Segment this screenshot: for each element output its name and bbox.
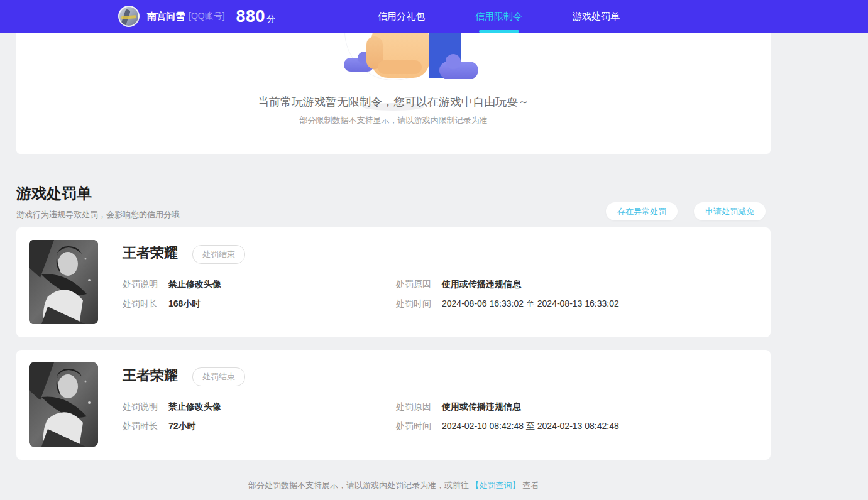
field-value: 禁止修改头像	[168, 279, 221, 290]
field-value: 2024-02-10 08:42:48 至 2024-02-13 08:42:4…	[442, 421, 619, 432]
penalty-time-field: 处罚时间 2024-08-06 16:33:02 至 2024-08-13 16…	[396, 298, 619, 310]
field-value: 2024-08-06 16:33:02 至 2024-08-13 16:33:0…	[442, 298, 619, 310]
page-title: 游戏处罚单	[16, 183, 771, 204]
status-badge: 处罚结束	[192, 245, 245, 264]
penalty-duration-field: 处罚时长 72小时	[123, 421, 196, 432]
field-value: 禁止修改头像	[168, 401, 221, 413]
nav-tab-label: 信用限制令	[475, 11, 522, 23]
no-restriction-message: 当前常玩游戏暂无限制令，您可以在游戏中自由玩耍～	[16, 94, 771, 109]
penalty-card: 王者荣耀 处罚结束 处罚说明 禁止修改头像 处罚时长 72小时 处罚原因 使用或…	[16, 350, 771, 460]
penalty-reduction-button[interactable]: 申请处罚减免	[694, 202, 766, 220]
credit-score: 880分	[236, 7, 276, 26]
footer-text-before: 部分处罚数据不支持展示，请以游戏内处罚记录为准，或前往	[248, 481, 469, 490]
header-inner: 南宫问雪 [QQ账号] 880分 信用分礼包 信用限制令 游戏处罚单	[16, 0, 771, 33]
field-label: 处罚时长	[123, 421, 168, 432]
restriction-panel: 当前常玩游戏暂无限制令，您可以在游戏中自由玩耍～ 部分限制数据不支持显示，请以游…	[16, 33, 771, 154]
field-value: 使用或传播违规信息	[442, 401, 521, 413]
penalty-duration-field: 处罚时长 168小时	[123, 298, 201, 310]
field-label: 处罚时长	[123, 298, 168, 310]
nav-tab-label: 信用分礼包	[378, 11, 425, 23]
status-badge: 处罚结束	[192, 367, 245, 386]
field-label: 处罚说明	[123, 401, 168, 413]
header-nav: 信用分礼包 信用限制令 游戏处罚单	[353, 0, 645, 33]
penalty-desc-field: 处罚说明 禁止修改头像	[123, 401, 221, 413]
nav-tab-label: 游戏处罚单	[573, 11, 620, 23]
footer-text-after: 查看	[522, 481, 539, 490]
field-label: 处罚说明	[123, 279, 168, 290]
penalty-reason-field: 处罚原因 使用或传播违规信息	[396, 279, 521, 290]
avatar	[118, 6, 140, 27]
top-header-bar: 南宫问雪 [QQ账号] 880分 信用分礼包 信用限制令 游戏处罚单	[0, 0, 868, 33]
penalty-query-link[interactable]: 【处罚查询】	[471, 481, 520, 490]
field-label: 处罚原因	[396, 401, 442, 413]
fist-icon	[371, 33, 429, 78]
field-label: 处罚时间	[396, 298, 442, 310]
footer-note: 部分处罚数据不支持展示，请以游戏内处罚记录为准，或前往 【处罚查询】 查看	[16, 480, 771, 491]
credit-score-unit: 分	[266, 14, 276, 24]
game-title: 王者荣耀	[123, 366, 178, 385]
credit-score-value: 880	[236, 7, 266, 26]
section-actions: 存在异常处罚 申请处罚减免	[606, 202, 766, 220]
game-character-image	[29, 240, 98, 324]
game-character-image	[29, 362, 98, 447]
penalty-time-field: 处罚时间 2024-02-10 08:42:48 至 2024-02-13 08…	[396, 421, 619, 432]
field-value: 72小时	[168, 421, 196, 432]
penalty-reason-field: 处罚原因 使用或传播违规信息	[396, 401, 521, 413]
field-label: 处罚时间	[396, 421, 442, 432]
field-value: 168小时	[168, 298, 201, 310]
account-type-label: [QQ账号]	[189, 11, 225, 22]
penalty-desc-field: 处罚说明 禁止修改头像	[123, 279, 221, 290]
penalty-card: 王者荣耀 处罚结束 处罚说明 禁止修改头像 处罚时长 168小时 处罚原因 使用…	[16, 227, 771, 337]
cloud-right-icon	[439, 62, 478, 79]
game-title: 王者荣耀	[123, 244, 178, 263]
abnormal-penalty-button[interactable]: 存在异常处罚	[606, 202, 678, 220]
nav-tab-game-penalties[interactable]: 游戏处罚单	[547, 0, 645, 33]
nav-tab-credit-gifts[interactable]: 信用分礼包	[353, 0, 450, 33]
username: 南宫问雪	[147, 11, 185, 23]
restriction-data-note: 部分限制数据不支持显示，请以游戏内限制记录为准	[16, 115, 771, 126]
field-value: 使用或传播违规信息	[442, 279, 521, 290]
nav-tab-credit-restrictions[interactable]: 信用限制令	[450, 0, 547, 33]
penalty-section-header: 游戏处罚单 游戏行为违规导致处罚，会影响您的信用分哦 存在异常处罚 申请处罚减免	[16, 183, 771, 220]
field-label: 处罚原因	[396, 279, 442, 290]
user-block: 南宫问雪 [QQ账号] 880分	[118, 6, 276, 27]
